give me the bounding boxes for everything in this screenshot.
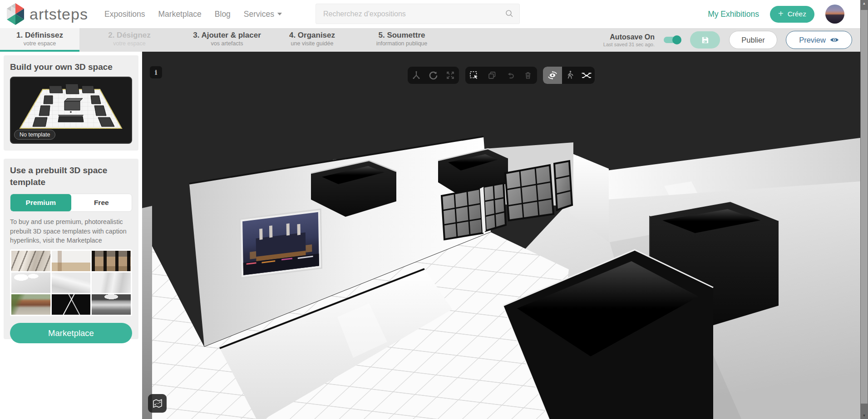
no-template-badge: No template bbox=[14, 130, 55, 140]
map-icon bbox=[152, 398, 163, 409]
editor-3d-canvas[interactable]: i bbox=[142, 52, 860, 419]
no-template-preview[interactable]: No template bbox=[10, 77, 132, 144]
duplicate-tool-button[interactable] bbox=[485, 68, 499, 82]
toolbar-edit-group bbox=[465, 67, 537, 84]
walk-view-button[interactable] bbox=[562, 67, 578, 84]
nav-blog[interactable]: Blog bbox=[215, 10, 231, 19]
scene-3d bbox=[142, 52, 860, 419]
avatar[interactable] bbox=[825, 5, 844, 24]
marketplace-button[interactable]: Marketplace bbox=[10, 323, 132, 343]
autosave-toggle[interactable] bbox=[664, 37, 680, 43]
scale-tool-button[interactable] bbox=[444, 68, 457, 82]
template-thumb-organic-white-room[interactable] bbox=[11, 273, 50, 293]
artsteps-cube-icon bbox=[5, 3, 25, 25]
undo-tool-button[interactable] bbox=[503, 68, 517, 82]
template-thumbnails bbox=[10, 249, 132, 316]
prebuilt-section-title: Use a prebuilt 3D space template bbox=[10, 165, 132, 188]
page-scrollbar[interactable]: ▲ ▼ bbox=[860, 0, 868, 419]
autosave-status: Last saved 31 sec ago. bbox=[603, 42, 655, 47]
template-type-tabs: Premium Free bbox=[10, 194, 132, 212]
plus-icon: + bbox=[778, 9, 784, 18]
nav-marketplace[interactable]: Marketplace bbox=[158, 10, 202, 19]
scrollbar-up-arrow[interactable]: ▲ bbox=[860, 1, 868, 5]
chevron-down-icon bbox=[277, 13, 282, 15]
header: artsteps Expositions Marketplace Blog Se… bbox=[0, 0, 860, 28]
create-button[interactable]: + Créez bbox=[770, 6, 814, 23]
info-button[interactable]: i bbox=[150, 66, 162, 78]
tab-premium[interactable]: Premium bbox=[10, 194, 71, 211]
sidebar: Build your own 3D space bbox=[0, 52, 142, 419]
step-5-soumettre[interactable]: 5. Soumettre information publique bbox=[350, 28, 454, 52]
rotate-tool-button[interactable] bbox=[426, 68, 440, 82]
artwork-battersea[interactable] bbox=[239, 209, 322, 279]
search-box bbox=[316, 4, 520, 24]
eye-icon bbox=[830, 37, 839, 43]
header-right: My Exhibitions + Créez bbox=[708, 0, 844, 28]
my-exhibitions-link[interactable]: My Exhibitions bbox=[708, 10, 759, 19]
step-2-designez[interactable]: 2. Désignez votre espace bbox=[79, 28, 179, 52]
template-thumb-white-partition-room[interactable] bbox=[92, 273, 131, 293]
nav-expositions[interactable]: Expositions bbox=[104, 10, 145, 19]
orbit-view-button[interactable] bbox=[543, 67, 562, 84]
autosave-block: Autosave On Last saved 31 sec ago. bbox=[603, 33, 655, 47]
artsteps-logo[interactable]: artsteps bbox=[5, 3, 88, 25]
minimap-button[interactable] bbox=[148, 394, 167, 413]
build-own-space-card: Build your own 3D space bbox=[4, 55, 138, 151]
nav-services[interactable]: Services bbox=[244, 10, 282, 19]
prebuilt-template-card: Use a prebuilt 3D space template Premium… bbox=[4, 159, 138, 339]
logo-wordmark: artsteps bbox=[30, 5, 88, 23]
search-input[interactable] bbox=[316, 4, 520, 24]
drone-view-button[interactable] bbox=[578, 67, 595, 84]
step-4-organisez[interactable]: 4. Organisez une visite guidée bbox=[275, 28, 350, 52]
save-floppy-icon bbox=[701, 36, 710, 44]
step-3-ajouter-placer[interactable]: 3. Ajouter & placer vos artefacts bbox=[179, 28, 275, 52]
steps-actions: Autosave On Last saved 31 sec ago. Publi… bbox=[603, 28, 860, 52]
move-tool-button[interactable] bbox=[409, 68, 423, 82]
tab-free[interactable]: Free bbox=[71, 194, 132, 211]
template-thumb-dark-led-ceiling-room[interactable] bbox=[52, 294, 91, 315]
step-1-definissez[interactable]: 1. Définissez votre espace bbox=[0, 28, 79, 52]
autosave-label: Autosave On bbox=[603, 33, 655, 41]
toolbar-view-group bbox=[543, 67, 595, 84]
toolbar-transform-group bbox=[408, 67, 459, 84]
scrollbar-down-arrow[interactable]: ▼ bbox=[860, 414, 868, 418]
main-nav: Expositions Marketplace Blog Services bbox=[104, 0, 282, 28]
select-tool-button[interactable] bbox=[468, 68, 481, 82]
delete-tool-button[interactable] bbox=[521, 68, 535, 82]
build-section-title: Build your own 3D space bbox=[10, 61, 132, 73]
preview-button[interactable]: Preview bbox=[786, 31, 852, 49]
template-thumb-white-hall-wood-floor[interactable] bbox=[52, 251, 91, 271]
toggle-knob bbox=[672, 35, 681, 44]
publish-button[interactable]: Publier bbox=[729, 31, 777, 49]
scrollbar-thumb[interactable] bbox=[861, 10, 868, 404]
template-thumb-warm-gallery-beams[interactable] bbox=[11, 251, 50, 271]
premium-description: To buy and use premium, photorealistic p… bbox=[10, 217, 132, 245]
save-button[interactable] bbox=[690, 31, 720, 49]
template-thumb-industrial-grey-hall[interactable] bbox=[92, 294, 131, 315]
template-thumb-dark-pillars-hall[interactable] bbox=[92, 251, 131, 271]
scene-left-wall-strip bbox=[142, 206, 152, 419]
template-thumb-white-attic-gallery[interactable] bbox=[52, 273, 91, 293]
template-thumb-brick-house-yard[interactable] bbox=[11, 294, 50, 315]
search-icon bbox=[505, 9, 514, 18]
